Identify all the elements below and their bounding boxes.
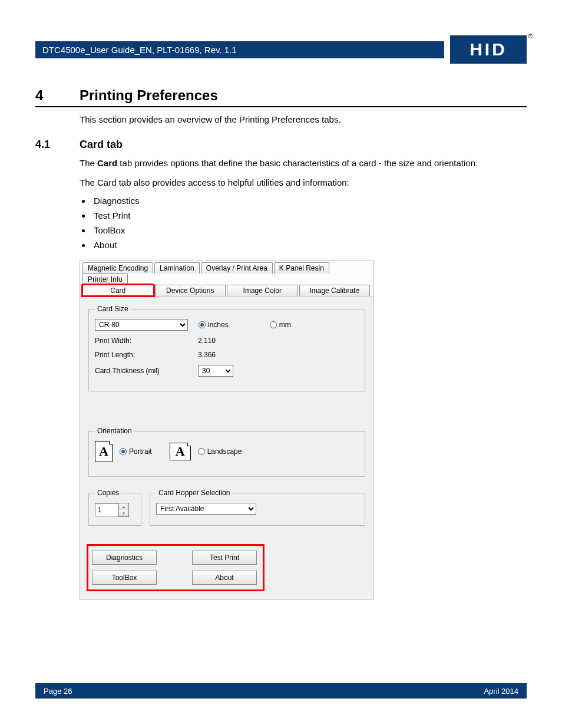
- list-item: ToolBox: [91, 225, 527, 235]
- print-width-value: 2.110: [198, 337, 216, 345]
- inches-radio[interactable]: inches: [199, 321, 229, 329]
- list-item: Diagnostics: [91, 196, 527, 206]
- print-length-label: Print Length:: [95, 351, 198, 359]
- radio-dot-off-icon: [198, 448, 205, 455]
- card-size-legend: Card Size: [95, 305, 131, 313]
- orientation-legend: Orientation: [95, 427, 134, 435]
- hopper-select[interactable]: First Available: [156, 503, 256, 515]
- p1-bold: Card: [97, 158, 117, 168]
- utility-buttons-panel: Diagnostics Test Print ToolBox About: [88, 546, 263, 589]
- diagnostics-button[interactable]: Diagnostics: [92, 551, 157, 565]
- list-item: Test Print: [91, 210, 527, 220]
- tab-device-options[interactable]: Device Options: [155, 285, 226, 296]
- copies-input[interactable]: [95, 503, 118, 516]
- tab-k-panel-resin[interactable]: K Panel Resin: [274, 262, 329, 274]
- landscape-radio[interactable]: Landscape: [198, 447, 242, 456]
- radio-dot-on-icon: [120, 448, 127, 455]
- card-size-select[interactable]: CR-80: [95, 319, 188, 331]
- tab-row-back: Magnetic Encoding Lamination Overlay / P…: [80, 261, 373, 285]
- tab-overlay-print-area[interactable]: Overlay / Print Area: [201, 262, 273, 274]
- radio-dot-off-icon: [270, 321, 277, 328]
- tab-image-calibrate[interactable]: Image Calibrate: [299, 285, 371, 296]
- copies-up-button[interactable]: ▲: [119, 503, 128, 510]
- footer-date: April 2014: [484, 687, 518, 696]
- hopper-legend: Card Hopper Selection: [156, 489, 232, 497]
- test-print-button[interactable]: Test Print: [192, 551, 257, 565]
- p1-pre: The: [80, 158, 97, 168]
- radio-dot-on-icon: [199, 321, 206, 328]
- tab-lamination[interactable]: Lamination: [154, 262, 200, 274]
- print-width-label: Print Width:: [95, 337, 198, 345]
- tab-printer-info[interactable]: Printer Info: [82, 274, 128, 285]
- doc-header-bar: DTC4500e_User Guide_EN, PLT-01669, Rev. …: [35, 41, 444, 58]
- mm-radio[interactable]: mm: [270, 321, 291, 329]
- copies-legend: Copies: [95, 489, 121, 497]
- registered-mark: ®: [528, 33, 533, 39]
- page-footer: Page 26 April 2014: [35, 683, 527, 699]
- card-thickness-label: Card Thickness (mil): [95, 367, 198, 375]
- page-number: Page 26: [44, 687, 72, 696]
- copies-down-button[interactable]: ▼: [119, 510, 128, 516]
- toolbox-button[interactable]: ToolBox: [92, 571, 157, 585]
- about-button[interactable]: About: [192, 571, 257, 585]
- preferences-dialog-screenshot: Magnetic Encoding Lamination Overlay / P…: [80, 261, 374, 599]
- tab-image-color[interactable]: Image Color: [227, 285, 298, 296]
- portrait-icon: A: [95, 441, 113, 462]
- copies-group: Copies ▲ ▼: [88, 489, 141, 526]
- utilities-list: Diagnostics Test Print ToolBox About: [91, 196, 527, 250]
- hopper-group: Card Hopper Selection First Available: [150, 489, 365, 526]
- orientation-group: Orientation A Portrait A Landscape: [88, 427, 365, 477]
- portrait-radio[interactable]: Portrait: [120, 447, 152, 456]
- brand-logo: HID ®: [450, 35, 527, 64]
- card-thickness-select[interactable]: 30: [198, 365, 233, 377]
- list-item: About: [91, 240, 527, 250]
- section-intro: This section provides an overview of the…: [80, 114, 527, 124]
- inches-label: inches: [208, 321, 229, 329]
- card-tab-desc-2: The Card tab also provides access to hel…: [80, 176, 527, 189]
- tab-magnetic-encoding[interactable]: Magnetic Encoding: [82, 262, 153, 274]
- subsection-title: Card tab: [80, 139, 123, 151]
- section-title: Printing Preferences: [80, 87, 218, 104]
- section-number: 4: [35, 87, 80, 104]
- portrait-label: Portrait: [129, 447, 152, 456]
- mm-label: mm: [279, 321, 291, 329]
- subsection-number: 4.1: [35, 139, 80, 151]
- logo-text: HID: [450, 35, 527, 64]
- print-length-value: 3.366: [198, 351, 216, 359]
- landscape-label: Landscape: [207, 447, 242, 456]
- p1-post: tab provides options that define the bas…: [117, 158, 478, 168]
- tab-row-front: Card Device Options Image Color Image Ca…: [80, 285, 373, 297]
- landscape-icon: A: [170, 443, 191, 460]
- tab-card[interactable]: Card: [82, 285, 154, 296]
- card-size-group: Card Size CR-80 inches mm Print Width: 2…: [88, 305, 365, 391]
- card-tab-desc-1: The Card tab provides options that defin…: [80, 157, 527, 169]
